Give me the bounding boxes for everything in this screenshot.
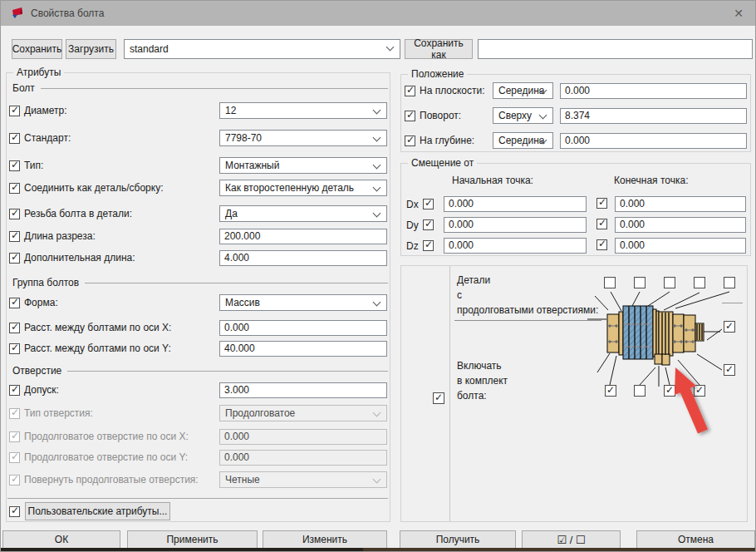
user-attributes-checkbox[interactable] [9,506,20,517]
cut-length-input[interactable]: 200.000 [219,229,387,244]
at-depth-input[interactable]: 0.000 [560,133,747,149]
row-on-plane: На плоскости: Середина 0.000 [405,82,751,99]
connect-as-combo[interactable]: Как второстепенную деталь [219,180,387,196]
connect-as-checkbox[interactable] [9,183,20,194]
dx-start-checkbox[interactable] [423,199,434,209]
row-shape: Форма: Массив [9,294,389,311]
at-depth-label: На глубине: [420,135,474,146]
include-right-checkbox-1[interactable] [724,321,735,333]
slotted-label-underline [454,320,601,321]
profile-combo-value: standard [130,43,169,55]
slotted-checkbox-1[interactable] [604,277,616,288]
at-depth-checkbox[interactable] [405,136,415,146]
shape-combo[interactable]: Массив [219,294,387,311]
connect-as-label: Соединить как деталь/сборку: [24,182,163,194]
extra-length-checkbox[interactable] [9,253,20,264]
assembly-panel-divider [449,266,450,521]
dy-label: Dy [406,219,423,231]
row-slotted-hole-x: Продолговатое отверстие по оси X: 0.000 [9,428,389,445]
slotted-checkbox-4[interactable] [694,277,705,288]
close-button[interactable]: ✕ [730,6,747,21]
row-tolerance: Допуск: 3.000 [9,382,389,398]
tolerance-input[interactable]: 3.000 [219,382,387,398]
bolt-type-checkbox[interactable] [9,160,20,171]
include-bottom-checkbox-2[interactable] [634,385,646,397]
row-offset-dz: Dz 0.000 0.000 [406,238,751,254]
dz-start-checkbox[interactable] [423,240,434,251]
standard-checkbox[interactable] [9,133,20,144]
modify-button[interactable]: Изменить [263,530,387,549]
on-plane-checkbox[interactable] [405,86,415,96]
load-button[interactable]: Загрузить [66,39,116,59]
on-plane-combo[interactable]: Середина [493,82,553,99]
rotation-input[interactable]: 8.374 [560,108,747,124]
ok-button[interactable]: ОК [2,530,120,549]
extra-length-input[interactable]: 4.000 [219,250,387,266]
row-slotted-hole-y: Продолговатое отверстие по оси Y: 0.000 [9,449,389,466]
assembly-main-checkbox[interactable] [433,392,444,404]
row-cut-length: Длина разреза: 200.000 [9,228,389,244]
save-as-input[interactable] [478,39,753,59]
hole-type-combo: Продолговатое [219,405,387,421]
include-bottom-checkbox-3[interactable] [664,385,675,397]
bolt-type-combo[interactable]: Монтажный [219,157,387,174]
dy-end-checkbox[interactable] [596,219,607,229]
thread-in-material-combo[interactable]: Да [219,205,387,222]
save-button[interactable]: Сохранить [12,39,62,59]
include-bottom-checkbox-1[interactable] [605,385,616,397]
cut-length-checkbox[interactable] [9,231,20,242]
slotted-checkbox-2[interactable] [634,277,646,288]
bolt-dist-y-checkbox[interactable] [9,343,20,354]
dy-start-input[interactable]: 0.000 [444,217,587,233]
at-depth-combo[interactable]: Середина [493,132,553,149]
thread-in-material-checkbox[interactable] [9,209,20,219]
slotted-hole-x-label: Продолговатое отверстие по оси X: [24,431,189,442]
bolt-dist-x-checkbox[interactable] [9,323,20,333]
include-in-assembly-label: Включать в комплект болта: [457,358,582,403]
rotate-slots-checkbox [9,475,20,485]
dx-end-input[interactable]: 0.000 [615,196,746,212]
dz-end-input[interactable]: 0.000 [615,238,746,254]
get-button[interactable]: Получить [400,530,516,549]
title-bar: Свойства болта ✕ [1,1,755,26]
bolt-dist-y-input[interactable]: 40.000 [219,341,387,357]
hole-type-label: Тип отверстия: [24,407,93,419]
row-hole-type: Тип отверстия: Продолговатое [9,405,389,421]
slotted-hole-x-checkbox [9,431,20,442]
bolt-dist-x-label: Расст. между болтами по оси X: [24,322,171,333]
attributes-group-label: Атрибуты [13,67,64,78]
bolt-dist-x-input[interactable]: 0.000 [219,320,387,336]
slotted-checkbox-3[interactable] [664,277,675,288]
cancel-button[interactable]: Отмена [636,530,755,549]
include-bottom-checkbox-4[interactable] [694,385,705,397]
rotation-checkbox[interactable] [405,111,415,121]
row-standard: Стандарт: 7798-70 [9,130,389,146]
profile-combo[interactable]: standard [124,39,400,59]
on-plane-input[interactable]: 0.000 [560,83,747,99]
diameter-combo[interactable]: 12 [219,102,387,119]
slotted-hole-y-input: 0.000 [219,450,387,466]
dy-end-input[interactable]: 0.000 [615,217,746,233]
position-group-label: Положение [408,68,467,80]
standard-combo[interactable]: 7798-70 [219,130,387,146]
rotate-slots-combo: Четные [219,471,387,488]
shape-checkbox[interactable] [9,298,20,308]
include-right-checkbox-2[interactable] [724,364,735,376]
dz-start-input[interactable]: 0.000 [444,238,587,254]
toggle-checkboxes-button[interactable]: ☑ / ☐ [522,530,621,549]
apply-button[interactable]: Применить [127,530,258,549]
dx-start-input[interactable]: 0.000 [444,196,587,212]
tolerance-checkbox[interactable] [9,385,20,396]
dy-start-checkbox[interactable] [423,219,434,230]
diameter-checkbox[interactable] [9,106,20,116]
slotted-hole-y-label: Продолговатое отверстие по оси Y: [24,451,188,463]
row-rotation: Поворот: Сверху 8.374 [405,107,751,124]
dx-end-checkbox[interactable] [596,198,607,209]
dz-end-checkbox[interactable] [596,239,607,250]
user-attributes-button[interactable]: Пользовательские атрибуты... [25,502,170,520]
slotted-checkbox-5[interactable] [724,277,735,288]
rotation-combo[interactable]: Сверху [493,107,553,124]
thread-in-material-label: Резьба болта в детали: [24,208,132,219]
save-as-button[interactable]: Сохранить как [405,39,473,59]
slotted-parts-label: Детали с продолговатыми отверстиями: [457,273,606,318]
